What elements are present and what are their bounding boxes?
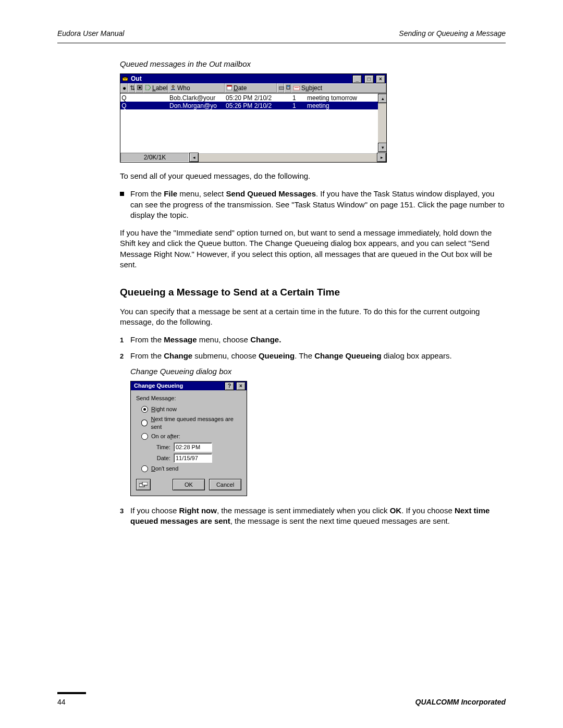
out-message-list: Q Bob.Clark@your 05:20 PM 2/10/2 1 meeti… <box>120 93 386 152</box>
date-field-row: Date: 11/15/97 <box>153 453 241 463</box>
col-date[interactable]: Date <box>225 83 277 93</box>
priority-icon: ⇅ <box>130 84 135 92</box>
col-label-text: abel <box>156 84 168 92</box>
option-on-or-after[interactable]: On or after: <box>141 433 241 440</box>
option-right-now[interactable]: Right now <box>141 405 241 413</box>
scroll-down-button[interactable]: ▾ <box>378 143 386 152</box>
cancel-button[interactable]: Cancel <box>209 479 241 490</box>
dlg-title: Change Queueing <box>132 382 183 390</box>
col-server[interactable] <box>284 83 291 93</box>
table-row[interactable]: Q Bob.Clark@your 05:20 PM 2/10/2 1 meeti… <box>120 94 386 102</box>
step-2: 2 From the Change submenu, choose Queuei… <box>120 351 506 361</box>
col-attachment[interactable] <box>135 83 143 93</box>
row-subject: meeting tomorrow <box>306 94 386 102</box>
col-who[interactable]: Who <box>168 83 225 93</box>
row-status: Q <box>120 102 128 110</box>
page-footer: 44 QUALCOMM Incorporated <box>57 692 506 707</box>
col-who-text: Who <box>177 84 190 92</box>
col-priority[interactable]: ⇅ <box>128 83 135 93</box>
svg-rect-10 <box>287 85 289 87</box>
step-1: 1 From the Message menu, choose Change. <box>120 335 506 345</box>
para-immediate-send: If you have the "Immediate send" option … <box>120 228 506 270</box>
col-label[interactable]: Label <box>143 83 168 93</box>
col-subject[interactable]: Subject <box>291 83 386 93</box>
minimize-button[interactable]: _ <box>352 75 362 83</box>
row-size: 1 <box>291 102 299 110</box>
maximize-button[interactable]: □ <box>364 75 374 83</box>
status-dot-icon: ● <box>123 84 126 92</box>
header-left: Eudora User Manual <box>57 29 124 39</box>
svg-rect-8 <box>279 87 284 89</box>
option-dont-send[interactable]: Don't send <box>141 465 241 473</box>
row-who: Bob.Clark@your <box>168 94 225 102</box>
radio-icon <box>141 406 148 413</box>
table-row[interactable]: Q Don.Morgan@yo 05:26 PM 2/10/2 1 meetin… <box>120 102 386 109</box>
option-next-time-text: ext time queued messages are sent <box>151 416 233 430</box>
row-subject: meeting <box>306 102 386 110</box>
svg-rect-14 <box>142 482 148 485</box>
scroll-up-button[interactable]: ▴ <box>378 94 386 103</box>
person-icon <box>170 84 176 92</box>
svg-rect-3 <box>139 87 141 89</box>
option-on-or-after-text: ter: <box>172 433 180 439</box>
out-window-title: Out <box>131 75 142 83</box>
option-dont-send-text: on't send <box>155 465 178 472</box>
col-size[interactable] <box>277 83 284 93</box>
time-input[interactable]: 02:28 PM <box>174 442 212 452</box>
running-header: Eudora User Manual Sending or Queueing a… <box>57 29 506 39</box>
page-number: 44 <box>57 697 66 707</box>
size-icon <box>279 84 284 92</box>
outbox-icon-button[interactable] <box>136 479 151 490</box>
row-status: Q <box>120 94 128 102</box>
svg-point-5 <box>172 85 174 88</box>
header-right: Sending or Queueing a Message <box>399 29 506 39</box>
out-titlebar: Out _ □ × <box>120 74 386 83</box>
bullet-file-send-queued: From the File menu, select Send Queued M… <box>120 189 506 220</box>
row-who: Don.Morgan@yo <box>168 102 225 110</box>
subject-icon <box>293 84 300 92</box>
scroll-right-button[interactable]: ▸ <box>377 153 386 162</box>
radio-icon <box>141 433 148 440</box>
radio-icon <box>141 419 148 426</box>
help-button[interactable]: ? <box>225 382 234 390</box>
close-button[interactable]: × <box>376 75 385 83</box>
status-count: 2/0K/1K <box>120 153 189 162</box>
caption-change-queueing: Change Queueing dialog box <box>130 366 506 377</box>
svg-rect-7 <box>227 85 232 87</box>
svg-rect-11 <box>293 86 300 90</box>
option-right-now-text: ight now <box>155 406 177 412</box>
vertical-scrollbar[interactable]: ▴ ▾ <box>378 94 386 152</box>
para-specify: You can specify that a message be sent a… <box>120 306 506 328</box>
mailbox-icon <box>121 76 129 82</box>
calendar-icon <box>227 84 232 92</box>
company-name: QUALCOMM Incorporated <box>415 697 506 707</box>
row-size: 1 <box>291 94 299 102</box>
col-date-text: ate <box>238 84 247 92</box>
scroll-left-button[interactable]: ◂ <box>189 153 199 162</box>
heading-queueing-time: Queueing a Message to Send at a Certain … <box>120 286 506 299</box>
time-label: ime: <box>160 444 170 450</box>
out-mailbox-window: Out _ □ × ● ⇅ <box>120 73 387 163</box>
out-statusbar: 2/0K/1K ◂ ▸ <box>120 152 386 162</box>
ok-button[interactable]: OK <box>173 479 205 490</box>
date-label: te: <box>164 455 170 461</box>
close-button[interactable]: × <box>236 382 246 390</box>
attachment-icon <box>137 84 142 92</box>
step-3: 3 If you choose Right now, the message i… <box>120 505 506 527</box>
horizontal-scrollbar[interactable] <box>199 153 377 162</box>
send-message-label: Send Message: <box>136 394 241 402</box>
time-field-row: Time: 02:28 PM <box>153 442 241 452</box>
row-date: 05:20 PM 2/10/2 <box>225 94 291 102</box>
server-icon <box>286 84 290 92</box>
caption-out-mailbox: Queued messages in the Out mailbox <box>120 59 506 69</box>
col-status[interactable]: ● <box>120 83 128 93</box>
radio-icon <box>141 465 148 472</box>
col-subject-text: bject <box>309 84 322 92</box>
dlg-titlebar: Change Queueing ? × <box>131 381 247 390</box>
date-input[interactable]: 11/15/97 <box>174 453 212 463</box>
change-queueing-dialog: Change Queueing ? × Send Message: Right … <box>130 381 247 496</box>
svg-marker-4 <box>145 85 151 90</box>
tag-icon <box>145 84 151 92</box>
para-send-all: To send all of your queued messages, do … <box>120 171 506 181</box>
option-next-time[interactable]: Next time queued messages are sent <box>141 415 241 431</box>
